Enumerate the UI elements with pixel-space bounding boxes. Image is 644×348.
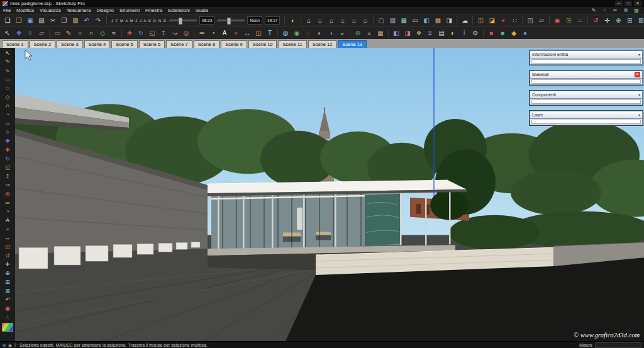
solid-split-icon[interactable]: ◒ (336, 28, 348, 38)
outer-shell-icon[interactable]: ◍ (280, 28, 291, 38)
menu-item[interactable]: Disegno (96, 8, 114, 13)
menu-item[interactable]: Guida (196, 8, 208, 13)
panel-materials-header[interactable]: Materiali ✕ (530, 70, 643, 78)
menu-item[interactable]: Telecamera (67, 8, 91, 13)
color-swatch[interactable] (2, 323, 13, 332)
panel-field[interactable] (531, 59, 641, 64)
scene-tab[interactable]: Scene 3 (57, 40, 83, 48)
right-view-icon[interactable]: ⌂ (337, 16, 348, 26)
axes-tool-icon[interactable]: ⌖ (230, 28, 242, 38)
circle-tool-icon[interactable]: ○ (74, 28, 86, 38)
scene-tab[interactable]: Scene 6 (139, 40, 165, 48)
axes-toggle-icon[interactable]: ⌖ (497, 16, 509, 26)
wireframe-style-icon[interactable]: ▦ (398, 16, 409, 26)
freehand-tool-icon[interactable]: ≈ (108, 28, 119, 38)
section-plane-tool-icon[interactable]: ◫ (253, 28, 264, 38)
protractor-icon[interactable]: ◔ (1, 207, 14, 216)
front-view-icon[interactable]: ⌂ (326, 16, 337, 26)
polygon-tool-icon[interactable]: ◇ (97, 28, 108, 38)
hidden-line-style-icon[interactable]: ▭ (409, 16, 421, 26)
iso-view-icon[interactable]: ⌂ (303, 16, 314, 26)
position-camera-icon[interactable]: ◉ (1, 304, 14, 313)
scene-tab[interactable]: Scene 4 (84, 40, 111, 48)
shadows-toggle-icon[interactable]: ◐ (287, 16, 299, 26)
rectangle-tool-icon[interactable]: ▭ (1, 75, 14, 84)
rectangle-tool-icon[interactable]: ▭ (52, 28, 63, 38)
orbit-icon[interactable]: ↺ (590, 16, 601, 26)
extension-icon-1[interactable]: ■ (486, 28, 497, 38)
offset-tool-icon[interactable]: ◎ (1, 189, 14, 198)
freehand-tool-icon[interactable]: ≈ (1, 66, 14, 75)
rotate-tool-icon[interactable]: ↻ (1, 154, 14, 163)
solid-union-icon[interactable]: ◉ (291, 28, 303, 38)
walk-icon[interactable]: ∴ (1, 313, 14, 322)
solid-intersect-icon[interactable]: ◑ (325, 28, 336, 38)
move-tool-icon[interactable]: ✚ (1, 145, 14, 154)
push-pull-tool-icon[interactable]: ↥ (1, 172, 14, 181)
scale-tool-icon[interactable]: ◱ (1, 163, 14, 172)
chevron-down-icon[interactable]: ▾ (638, 113, 640, 117)
scene-tab[interactable]: Scene 5 (111, 40, 138, 48)
scissors-icon[interactable]: ✂ (611, 8, 619, 14)
panel-entity-info-header[interactable]: Informazioni entità ▾ (530, 50, 643, 58)
panel-field[interactable] (531, 120, 641, 124)
chevron-down-icon[interactable]: ▾ (638, 93, 640, 97)
zoom-icon[interactable]: ⊕ (613, 16, 624, 26)
section-cuts-icon[interactable]: ◪ (486, 16, 497, 26)
scenes-icon[interactable]: ▤ (436, 28, 447, 38)
layers-icon[interactable]: ≡ (425, 28, 436, 38)
extension-icon-3[interactable]: ◆ (508, 28, 519, 38)
shadow-time-slider[interactable] (217, 20, 245, 21)
line-tool-icon[interactable]: ✎ (63, 28, 74, 38)
dimension-tool-icon[interactable]: ↔ (242, 28, 253, 38)
maximize-button[interactable]: □ (625, 1, 632, 6)
push-pull-tool-icon[interactable]: ↥ (158, 28, 169, 38)
fog-icon[interactable]: ☁ (459, 16, 470, 26)
preferences-icon[interactable]: ⚙ (470, 28, 481, 38)
help-icon[interactable]: ? (14, 343, 16, 347)
eraser-tool-icon[interactable]: ▱ (1, 119, 14, 128)
scene-tab[interactable]: Scene 11 (278, 40, 306, 48)
select-tool-icon[interactable]: ↖ (1, 48, 14, 57)
solid-trim-icon[interactable]: ◐ (314, 28, 325, 38)
tape-measure-icon[interactable]: ═ (1, 198, 14, 207)
protractor-icon[interactable]: ◔ (208, 28, 219, 38)
scene-tab[interactable]: Scene 2 (30, 40, 56, 48)
close-button[interactable]: ✕ (634, 1, 641, 6)
geolocation-icon[interactable]: ⊕ (3, 343, 6, 347)
styles-icon[interactable]: ◧ (391, 28, 402, 38)
section-plane-tool-icon[interactable]: ◫ (1, 242, 14, 251)
menu-item[interactable]: Finestra (145, 8, 162, 13)
gear-icon[interactable]: ⚙ (621, 8, 630, 14)
menu-item[interactable]: Strumenti (119, 8, 140, 13)
pencil-icon[interactable]: ✎ (589, 8, 598, 14)
zoom-extents-icon[interactable]: ⊠ (635, 16, 644, 26)
scene-tab[interactable]: Scene 9 (221, 40, 247, 48)
measurements-input[interactable] (595, 342, 641, 348)
shadow-date-slider[interactable] (169, 20, 197, 21)
materials-icon[interactable]: ◨ (402, 28, 413, 38)
dimension-tool-icon[interactable]: ↔ (1, 233, 14, 242)
make-component-icon[interactable]: ❖ (13, 28, 25, 38)
scale-tool-icon[interactable]: ◱ (147, 28, 158, 38)
chevron-down-icon[interactable]: ▾ (638, 52, 640, 57)
save-icon[interactable]: ▣ (25, 16, 36, 26)
select-tool-icon[interactable]: ↖ (2, 28, 13, 38)
monochrome-style-icon[interactable]: ◨ (443, 16, 455, 26)
close-icon[interactable]: ✕ (635, 72, 640, 77)
zoom-extents-icon[interactable]: ⊠ (1, 286, 14, 295)
pan-icon[interactable]: ✛ (601, 16, 613, 26)
menu-item[interactable]: File (3, 8, 11, 13)
photo-match-icon[interactable]: ▦ (375, 28, 386, 38)
left-view-icon[interactable]: ⌂ (360, 16, 371, 26)
shaded-style-icon[interactable]: ◧ (421, 16, 432, 26)
scene-tab[interactable]: Scene 13 (338, 40, 367, 48)
copy-icon[interactable]: ❒ (58, 16, 70, 26)
axes-tool-icon[interactable]: ⌖ (1, 225, 14, 233)
follow-me-tool-icon[interactable]: ↝ (1, 181, 14, 189)
back-view-icon[interactable]: ⌂ (348, 16, 360, 26)
slider-thumb[interactable] (179, 18, 182, 25)
tape-measure-icon[interactable]: ═ (196, 28, 208, 38)
eraser-tool-icon[interactable]: ▱ (36, 28, 47, 38)
model-info-icon[interactable]: i (458, 28, 470, 38)
